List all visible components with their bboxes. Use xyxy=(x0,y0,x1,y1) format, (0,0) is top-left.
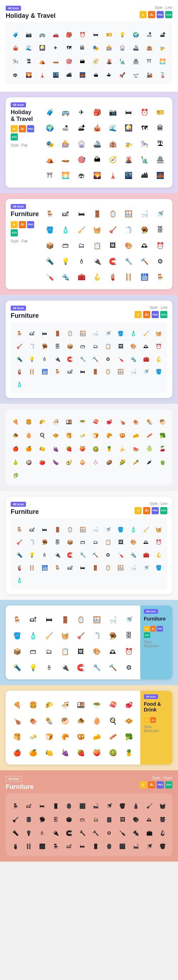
icon-cell: 🍇 xyxy=(49,442,62,455)
icon-cell: 🚪 xyxy=(52,524,63,536)
icon-cell: 🧭 xyxy=(106,153,120,167)
icon-cell: 🛶 xyxy=(49,55,62,68)
icon-cell: 🎒 xyxy=(90,105,104,119)
icon-cell: 🏕 xyxy=(156,29,169,41)
card-furniture-flat: 48 Icon Furniture ♦ Ai PNG SVG Style : F… xyxy=(6,199,172,289)
header-left: 48 Icon Holiday & Travel xyxy=(6,6,55,20)
icon-cell: 📋 xyxy=(102,536,114,548)
icon-cell: 🪛 xyxy=(43,270,57,284)
info-panel: 48 Icon Furniture ♦ Ai PNG SVG Style : M… xyxy=(140,606,172,679)
icon-cell: 🔨 xyxy=(89,549,101,561)
ai-icon: Ai xyxy=(148,11,155,18)
icon-cell: 🖼 xyxy=(74,644,88,659)
icon-cell: 🔧 xyxy=(76,827,89,839)
icon-cell: 🍌 xyxy=(117,442,129,455)
icon-cell: 🌊 xyxy=(23,42,35,54)
icon-cell: 🗺 xyxy=(137,121,152,135)
icon-cell: 🧺 xyxy=(58,628,72,643)
icons-section: 🍕 🍔 🌮 🍜 🍱 🥗 🍣 🥩 🍗 🍖 🌯 🥙 🧆 🥚 🍳 🧇 🥞 🧈 🍞 xyxy=(6,691,140,765)
icon-cell: 🥬 xyxy=(9,469,22,482)
icon-cell: 🧺 xyxy=(153,328,164,339)
icon-cell: 🛳 xyxy=(89,68,102,81)
icon-cell: 🚌 xyxy=(36,29,49,41)
icon-cell: 🗼 xyxy=(106,168,120,183)
sketch-icon: ♦ xyxy=(11,125,18,132)
icon-cell: 🪟 xyxy=(121,207,135,221)
icon-cell: 🪟 xyxy=(77,524,89,536)
icons-grid-food: 🍕 🍔 🌮 🍜 🍱 🥗 🍣 🥩 🍗 🍖 🌯 🥙 🧆 🥚 🍳 🧇 🥞 🧈 🍞 🥐 … xyxy=(9,416,169,482)
icon-cell: 🎯 xyxy=(63,55,75,68)
icons-grid: 🪑 🛋 🛏 🚪 🪞 🪟 🛁 🚿 🪣 🧴 🧹 🧺 🪠 🧻 🪤 🗄 xyxy=(43,207,167,284)
icon-cell: 🪑 xyxy=(52,562,63,573)
icon-cell: 🍓 xyxy=(74,746,88,760)
icon-cell: 🪣 xyxy=(43,223,57,237)
icon-cell: 🪞 xyxy=(103,840,115,853)
section-header: 48 Icon Holiday & Travel Style : Line ♦ … xyxy=(6,6,172,20)
icon-cell: 🏟 xyxy=(74,168,89,183)
icon-cell: 🧴 xyxy=(26,628,41,643)
icon-cell: 🪤 xyxy=(36,813,49,826)
icon-cell: 🎡 xyxy=(117,42,129,54)
icons-grid: 🍕 🍔 🌮 🍜 🍱 🥗 🍣 🥩 🍗 🍖 🌯 🥙 🧆 🥚 🍳 🧇 🥞 🧈 🍞 xyxy=(10,698,136,760)
title: Furniture xyxy=(11,312,39,320)
icon-cell: 🥗 xyxy=(76,416,89,428)
icon-cell: 🛏 xyxy=(42,612,57,627)
png-icon: PNG xyxy=(152,311,159,318)
icons-section: 🪑 🛋 🛏 🚪 🪞 🪟 🛁 🚿 🪣 🧴 🧹 🧺 🪠 🧻 🪤 🗄 📦 🗃 🗂 xyxy=(6,606,140,679)
png-icon: PNG xyxy=(157,11,164,18)
icon-cell: 🏕 xyxy=(74,121,89,135)
icon-cell: 🎯 xyxy=(74,153,89,167)
icon-cell: 🕰 xyxy=(137,239,152,253)
icon-cell: 🪝 xyxy=(153,353,164,365)
icon-cell: 🛋 xyxy=(63,840,75,853)
icon-cell: 🪞 xyxy=(63,800,75,812)
icon-cell: 🖼 xyxy=(115,340,127,352)
icon-cell: 🚀 xyxy=(117,68,129,81)
icon-cell: ⚙ xyxy=(153,254,167,269)
icons-grid: 🪑 🛋 🛏 🚪 🪞 🪟 🛁 🚿 🪣 🧴 🧹 🧺 🪠 🧻 🪤 🗄 📦 🗃 🗂 xyxy=(10,612,136,675)
png-icon: PNG xyxy=(27,221,34,228)
section-holiday-travel-flat: 48 Icon Holiday& Travel ♦ Ai PNG SVG Sty… xyxy=(0,92,178,193)
icon-cell: 🌯 xyxy=(143,416,156,428)
icon-cell: 📋 xyxy=(90,239,104,253)
ai-icon: Ai xyxy=(19,221,26,228)
icon-cell: 🧲 xyxy=(63,827,75,839)
icon-cell: ✈ xyxy=(49,42,62,54)
icon-cell: 🛫 xyxy=(129,68,142,81)
icon-cell: 🍇 xyxy=(58,746,72,760)
icon-cell: 🔦 xyxy=(9,827,22,839)
icon-cell: 🪟 xyxy=(76,800,89,812)
icon-cell: 🧳 xyxy=(9,29,22,41)
icon-cell: 🗄 xyxy=(153,223,167,237)
icon-cell: 🕰 xyxy=(143,813,156,826)
icon-cell: 🛁 xyxy=(106,612,120,627)
icon-cell: 🔌 xyxy=(58,660,72,675)
icon-cell: 🪜 xyxy=(26,366,38,378)
png-icon: PNG xyxy=(27,125,34,132)
sketch-icon: ♦ xyxy=(135,311,142,318)
icon-cell: 🛏 xyxy=(77,366,89,378)
icon-cell: 🚿 xyxy=(121,612,136,627)
icon-cell: 🕯 xyxy=(39,353,50,365)
icon-cell: 🎠 xyxy=(137,137,152,151)
icon-cell: 🚿 xyxy=(153,207,167,221)
icon-cell: 🥔 xyxy=(103,456,115,469)
title: Furniture xyxy=(11,210,39,218)
icon-cell: ⚙ xyxy=(102,353,114,365)
icon-cell: 🪑 xyxy=(52,366,63,378)
title: Furniture xyxy=(6,783,34,791)
icon-cell: ⛴ xyxy=(103,68,115,81)
icon-cell: 🧴 xyxy=(128,328,139,339)
icon-cell: 🚪 xyxy=(89,366,101,378)
icon-cell: 🎨 xyxy=(128,340,139,352)
icon-cell: 🎪 xyxy=(90,121,104,135)
icon-cell: 🎨 xyxy=(128,536,139,548)
icon-cell: ⏰ xyxy=(153,536,164,548)
icon-cell: 🥚 xyxy=(23,430,35,442)
icon-cell: 🚪 xyxy=(58,612,72,627)
icon-cell: 🕯 xyxy=(36,827,49,839)
icon-cell: 🌅 xyxy=(58,168,72,183)
icon-cell: 🪤 xyxy=(106,628,120,643)
badge: 48 Icon xyxy=(144,609,158,614)
icon-cell: 🎰 xyxy=(58,137,72,151)
